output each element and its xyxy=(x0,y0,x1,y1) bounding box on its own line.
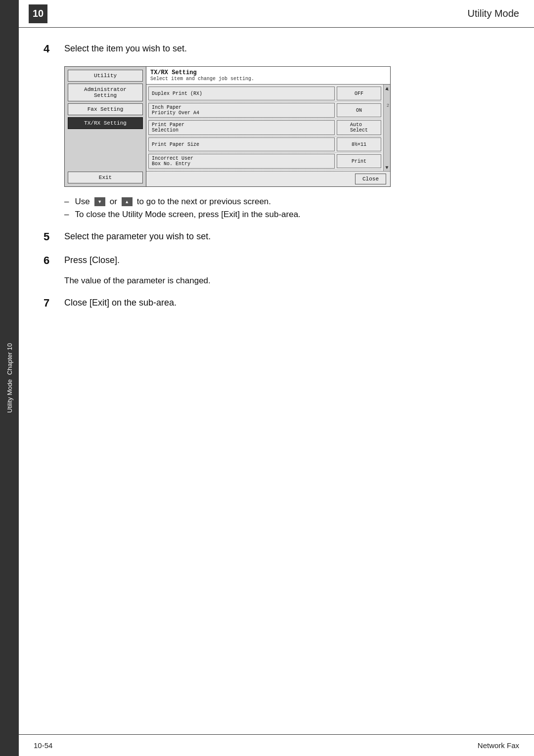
step6-detail: The value of the parameter is changed. xyxy=(64,276,509,286)
sidebar-btn-admin[interactable]: AdministratorSetting xyxy=(68,84,143,101)
step7-instruction: Close [Exit] on the sub-area. xyxy=(64,297,177,308)
item-value-3[interactable]: AutoSelect xyxy=(337,120,381,135)
item-value-2[interactable]: ON xyxy=(337,103,381,117)
footer-title: Network Fax xyxy=(478,741,519,750)
item-label-5[interactable]: Incorrect UserBox No. Entry xyxy=(148,154,335,169)
item-row-5: Incorrect UserBox No. Entry Print xyxy=(148,153,381,170)
scroll-down-icon[interactable]: ▼ xyxy=(385,165,390,170)
bullet1-suffix: to go to the next or previous screen. xyxy=(137,197,271,207)
item-label-1[interactable]: Duplex Print (RX) xyxy=(148,87,335,100)
step5-row: 5 Select the parameter you wish to set. xyxy=(44,230,509,243)
bullet2-text: To close the Utility Mode screen, press … xyxy=(75,210,300,220)
item-value-1[interactable]: OFF xyxy=(337,87,381,100)
step6-row: 6 Press [Close]. xyxy=(44,254,509,267)
item-label-2[interactable]: Inch PaperPriority Over A4 xyxy=(148,103,335,118)
panel-subtitle: Select item and change job setting. xyxy=(150,76,386,82)
bullet1-or: or xyxy=(110,197,117,207)
page-number: 10 xyxy=(29,4,47,23)
ui-sidebar: Utility AdministratorSetting Fax Setting… xyxy=(65,67,146,186)
step7-row: 7 Close [Exit] on the sub-area. xyxy=(44,297,509,310)
mode-label: Utility Mode xyxy=(6,379,13,413)
bullet1-prefix: Use xyxy=(75,197,89,207)
row-num-1: 1 xyxy=(387,87,389,91)
items-wrapper: Duplex Print (RX) OFF 1 Inch PaperPriori… xyxy=(146,85,390,171)
panel-footer: Close xyxy=(146,171,390,186)
item-label-4[interactable]: Print Paper Size xyxy=(148,137,335,151)
step5-number: 5 xyxy=(44,230,64,243)
step5-instruction: Select the parameter you wish to set. xyxy=(64,230,211,242)
item-row-3: Print PaperSelection AutoSelect xyxy=(148,119,381,136)
bottom-footer: 10-54 Network Fax xyxy=(19,734,534,756)
main-content: 4 Select the item you wish to set. Utili… xyxy=(19,28,534,734)
step6-block: 6 Press [Close]. The value of the parame… xyxy=(44,254,509,286)
top-header: 10 Utility Mode xyxy=(19,0,534,28)
item-row-4: Print Paper Size 8½×11 xyxy=(148,136,381,153)
sidebar-btn-utility[interactable]: Utility xyxy=(68,70,143,82)
item-row-2: Inch PaperPriority Over A4 ON 2 xyxy=(148,102,381,119)
footer-page: 10-54 xyxy=(34,741,52,750)
ui-main-panel: TX/RX Setting Select item and change job… xyxy=(146,67,390,186)
side-tab: Chapter 10 Utility Mode xyxy=(0,0,19,756)
step4-row: 4 Select the item you wish to set. xyxy=(44,43,509,55)
arrow-down-icon: ▼ xyxy=(94,197,105,206)
step7-number: 7 xyxy=(44,297,64,310)
item-value-4[interactable]: 8½×11 xyxy=(337,137,381,151)
row-num-2: 2 xyxy=(387,103,389,108)
step6-instruction: Press [Close]. xyxy=(64,254,120,266)
step6-number: 6 xyxy=(44,254,64,267)
scrollbar[interactable]: ▲ ▼ xyxy=(383,85,390,171)
sidebar-btn-fax[interactable]: Fax Setting xyxy=(68,103,143,115)
bullet-line-1: – Use ▼ or ▲ to go to the next or previo… xyxy=(64,197,509,207)
items-list: Duplex Print (RX) OFF 1 Inch PaperPriori… xyxy=(146,85,383,171)
item-value-5[interactable]: Print xyxy=(337,154,381,168)
item-row-1: Duplex Print (RX) OFF 1 xyxy=(148,86,381,102)
panel-header: TX/RX Setting Select item and change job… xyxy=(146,67,390,85)
sidebar-exit-btn[interactable]: Exit xyxy=(68,172,143,183)
item-label-3[interactable]: Print PaperSelection xyxy=(148,120,335,135)
ui-screenshot: Utility AdministratorSetting Fax Setting… xyxy=(64,66,391,187)
bullets-section: – Use ▼ or ▲ to go to the next or previo… xyxy=(64,197,509,220)
chapter-label: Chapter 10 xyxy=(6,343,13,375)
close-button[interactable]: Close xyxy=(355,174,386,184)
arrow-up-icon: ▲ xyxy=(122,197,133,206)
bullet-line-2: – To close the Utility Mode screen, pres… xyxy=(64,210,509,220)
step4-instruction: Select the item you wish to set. xyxy=(64,43,187,54)
sidebar-btn-txrx[interactable]: TX/RX Setting xyxy=(68,117,143,129)
step4-number: 4 xyxy=(44,43,64,55)
panel-title: TX/RX Setting xyxy=(150,69,386,76)
header-title: Utility Mode xyxy=(468,8,519,19)
